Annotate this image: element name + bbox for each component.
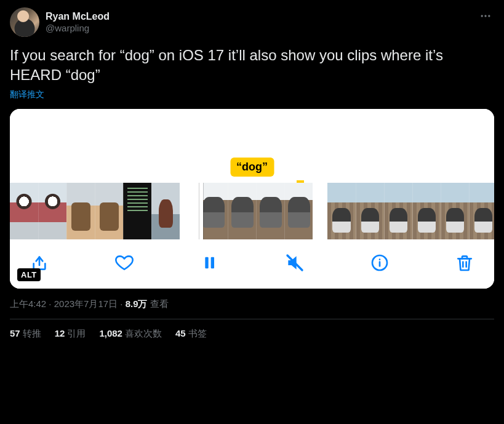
- timeline-frame: [10, 183, 38, 239]
- svg-rect-4: [211, 257, 214, 268]
- translate-link[interactable]: 翻译推文: [10, 89, 44, 100]
- alt-badge[interactable]: ALT: [17, 268, 41, 281]
- timeline-frame: [123, 183, 151, 239]
- timeline-frame: [38, 183, 66, 239]
- timestamp-row: 上午4:42 · 2023年7月17日 · 8.9万 查看: [10, 298, 494, 310]
- likes-label: 喜欢次数: [125, 328, 162, 338]
- separator: ·: [118, 298, 126, 309]
- author-row[interactable]: Ryan McLeod @warpling: [10, 7, 110, 37]
- timeline-frame: [199, 183, 228, 239]
- timeline-frame: [151, 183, 180, 239]
- clip-group-3[interactable]: [327, 183, 494, 239]
- timeline-frame: [327, 183, 356, 239]
- media-card[interactable]: “dog”: [10, 109, 494, 289]
- timeline-frame: [284, 183, 313, 239]
- retweets-stat[interactable]: 57转推: [10, 328, 41, 340]
- stats-row: 57转推 12引用 1,082喜欢次数 45书签: [10, 319, 494, 340]
- quotes-count: 12: [55, 328, 65, 338]
- likes-stat[interactable]: 1,082喜欢次数: [99, 328, 162, 340]
- more-icon[interactable]: [477, 7, 494, 27]
- date[interactable]: 2023年7月17日: [54, 298, 118, 309]
- speaker-off-icon[interactable]: [282, 250, 307, 275]
- tweet-container: Ryan McLeod @warpling If you search for …: [0, 0, 504, 347]
- tweet-text: If you search for “dog” on iOS 17 it’ll …: [10, 46, 494, 86]
- trash-icon[interactable]: [452, 250, 477, 275]
- avatar[interactable]: [10, 7, 39, 37]
- timeline-frame: [384, 183, 412, 239]
- svg-point-2: [488, 15, 490, 17]
- timeline-frame: [441, 183, 469, 239]
- bookmarks-stat[interactable]: 45书签: [175, 328, 207, 340]
- timeline-frame: [412, 183, 441, 239]
- timeline-frame: [356, 183, 384, 239]
- svg-point-0: [481, 15, 483, 17]
- display-name[interactable]: Ryan McLeod: [46, 10, 110, 23]
- playhead-handle[interactable]: [199, 183, 203, 239]
- handle[interactable]: @warpling: [46, 23, 110, 34]
- svg-point-8: [378, 258, 380, 260]
- timeline-frame: [469, 183, 494, 239]
- clip-group-2[interactable]: [199, 183, 313, 239]
- caption-bubble: “dog”: [230, 158, 274, 177]
- views-count[interactable]: 8.9万: [126, 298, 148, 309]
- svg-point-1: [484, 15, 486, 17]
- timeline-frame: [256, 183, 284, 239]
- likes-count: 1,082: [99, 328, 122, 338]
- clip-group-1[interactable]: [10, 183, 180, 239]
- media-toolbar: [10, 239, 494, 289]
- separator: ·: [46, 298, 54, 309]
- bookmarks-count: 45: [175, 328, 186, 338]
- tweet-header: Ryan McLeod @warpling: [10, 7, 494, 37]
- video-timeline[interactable]: [10, 183, 494, 239]
- time[interactable]: 上午4:42: [10, 298, 46, 309]
- bookmarks-label: 书签: [188, 328, 207, 338]
- author-names: Ryan McLeod @warpling: [46, 10, 110, 34]
- quotes-label: 引用: [67, 328, 86, 338]
- info-icon[interactable]: [367, 250, 392, 275]
- timeline-frame: [66, 183, 95, 239]
- quotes-stat[interactable]: 12引用: [55, 328, 86, 340]
- retweets-label: 转推: [23, 328, 41, 338]
- heart-icon[interactable]: [112, 250, 137, 275]
- timeline-frame: [228, 183, 256, 239]
- svg-rect-3: [206, 257, 209, 268]
- timeline-frame: [95, 183, 123, 239]
- views-label: 查看: [148, 298, 169, 309]
- retweets-count: 57: [10, 328, 20, 338]
- media-header-area: “dog”: [10, 109, 494, 183]
- pause-icon[interactable]: [197, 250, 222, 275]
